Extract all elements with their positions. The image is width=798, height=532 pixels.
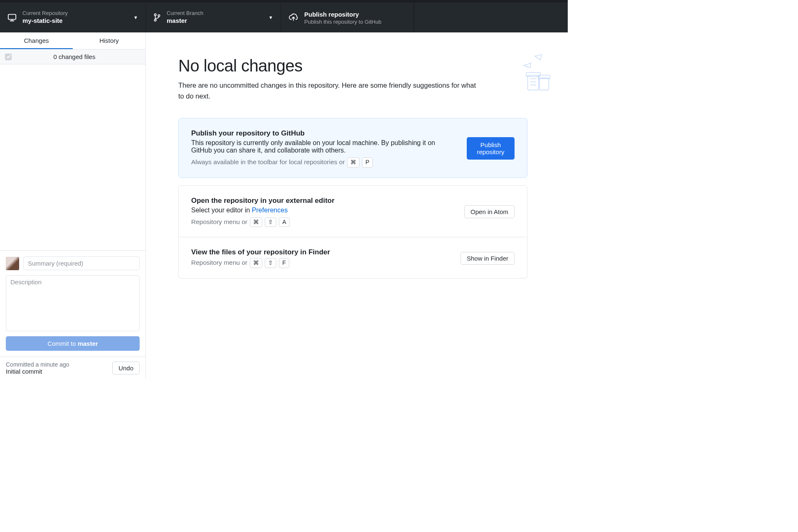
publish-label: Publish repository	[304, 10, 406, 19]
commit-button-prefix: Commit to	[47, 340, 78, 347]
page-heading: No local changes	[178, 57, 535, 75]
current-repository-label: Current Repository	[22, 10, 128, 17]
kbd-cmd: ⌘	[250, 217, 262, 227]
card-publish-hint: Always available in the toolbar for loca…	[191, 158, 457, 167]
current-branch-label: Current Branch	[167, 10, 263, 17]
top-toolbar: Current Repository my-static-site ▼ Curr…	[0, 2, 568, 32]
svg-point-4	[154, 19, 156, 21]
svg-point-5	[158, 15, 160, 16]
card-finder-title: View the files of your repository in Fin…	[191, 248, 451, 256]
svg-rect-6	[528, 75, 539, 90]
changes-list-header: 0 changed files	[0, 49, 145, 64]
publish-repository-button[interactable]: Publish repository Publish this reposito…	[281, 2, 414, 32]
chevron-down-icon: ▼	[133, 15, 138, 20]
current-repository-dropdown[interactable]: Current Repository my-static-site ▼	[0, 2, 146, 32]
kbd-shift: ⇧	[265, 258, 276, 268]
publish-text: Publish repository Publish this reposito…	[304, 10, 406, 25]
kbd-f: F	[279, 258, 289, 268]
kbd-a: A	[279, 217, 289, 227]
changes-list	[0, 64, 145, 250]
sidebar-tabs: Changes History	[0, 32, 145, 49]
commit-summary-input[interactable]	[23, 256, 140, 270]
kbd-p: P	[362, 158, 372, 167]
git-branch-icon	[153, 13, 161, 22]
kbd-shift: ⇧	[265, 217, 276, 227]
current-repository-text: Current Repository my-static-site	[22, 10, 128, 25]
commit-description-input[interactable]	[6, 275, 140, 331]
card-finder-hint: Repository menu or ⌘ ⇧ F	[191, 258, 451, 268]
empty-state-illustration	[489, 52, 551, 98]
avatar	[6, 257, 19, 270]
publish-repository-action-button[interactable]: Publish repository	[467, 137, 515, 160]
current-branch-text: Current Branch master	[167, 10, 263, 25]
card-publish-desc: This repository is currently only availa…	[191, 139, 457, 154]
card-publish-repository: Publish your repository to GitHub This r…	[178, 118, 527, 178]
current-repository-value: my-static-site	[22, 16, 128, 25]
card-editor-title: Open the repository in your external edi…	[191, 197, 454, 205]
kbd-cmd: ⌘	[347, 158, 360, 167]
select-all-checkbox[interactable]	[5, 54, 12, 60]
card-open-editor: Open the repository in your external edi…	[178, 185, 527, 238]
kbd-cmd: ⌘	[250, 258, 262, 268]
toolbar-spacer	[414, 2, 568, 32]
monitor-icon	[7, 13, 17, 22]
commit-button[interactable]: Commit to master	[6, 336, 140, 351]
commit-button-branch: master	[78, 340, 98, 347]
last-commit-time: Committed a minute ago	[6, 361, 69, 368]
tab-history[interactable]: History	[73, 32, 145, 49]
svg-point-3	[154, 14, 156, 15]
content-area: No local changes There are no uncommitte…	[146, 32, 568, 379]
show-in-finder-button[interactable]: Show in Finder	[461, 252, 515, 265]
publish-sublabel: Publish this repository to GitHub	[304, 19, 406, 25]
undo-button[interactable]: Undo	[112, 362, 140, 374]
preferences-link[interactable]: Preferences	[252, 207, 288, 214]
sidebar: Changes History 0 changed files Commit t…	[0, 32, 146, 379]
card-show-finder: View the files of your repository in Fin…	[178, 237, 527, 278]
last-commit-row: Committed a minute ago Initial commit Un…	[0, 357, 145, 379]
changed-files-count: 0 changed files	[16, 53, 140, 60]
cloud-upload-icon	[288, 13, 298, 22]
commit-panel: Commit to master	[0, 250, 145, 357]
card-editor-hint: Repository menu or ⌘ ⇧ A	[191, 217, 454, 227]
current-branch-value: master	[167, 16, 263, 25]
card-editor-desc: Select your editor in Preferences	[191, 207, 454, 214]
tab-changes[interactable]: Changes	[0, 32, 73, 49]
card-publish-title: Publish your repository to GitHub	[191, 129, 457, 138]
open-in-atom-button[interactable]: Open in Atom	[464, 205, 515, 218]
page-subheading: There are no uncommitted changes in this…	[178, 80, 478, 101]
current-branch-dropdown[interactable]: Current Branch master ▼	[146, 2, 281, 32]
svg-rect-0	[8, 15, 16, 20]
last-commit-message: Initial commit	[6, 368, 69, 375]
chevron-down-icon: ▼	[268, 15, 273, 20]
svg-rect-8	[539, 78, 549, 90]
